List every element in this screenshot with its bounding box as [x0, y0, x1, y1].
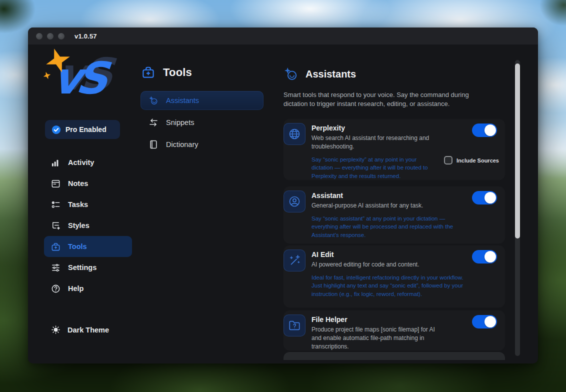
perplexity-toggle[interactable]: [472, 124, 497, 137]
next-card-partial: [284, 352, 505, 360]
app-version: v1.0.57: [74, 32, 97, 40]
card-title: AI Edit: [312, 250, 465, 258]
scrollbar-track[interactable]: [515, 60, 520, 356]
toolbox-icon: [142, 66, 155, 79]
snippets-icon: [148, 118, 158, 128]
window-titlebar: v1.0.57: [28, 28, 538, 44]
window-zoom-button[interactable]: [58, 33, 64, 40]
menu-item-label: Snippets: [166, 118, 194, 126]
sidebar-nav: Activity Notes Tasks Styles: [44, 152, 132, 299]
notes-icon: [51, 179, 60, 188]
sidebar-item-label: Help: [68, 284, 84, 292]
assistants-header: Assistants: [284, 66, 356, 82]
desktop-wallpaper: v1.0.57 vS vS Pro Enabled: [0, 0, 566, 392]
sidebar-item-settings[interactable]: Settings: [44, 257, 132, 278]
sidebar-item-label: Notes: [68, 180, 88, 188]
app-logo: vS vS: [42, 50, 132, 116]
card-hint: Ideal for fast, intelligent refactoring …: [312, 274, 465, 298]
app-window: v1.0.57 vS vS Pro Enabled: [28, 28, 538, 364]
toggle-knob: [484, 316, 496, 328]
toggle-knob: [484, 251, 496, 262]
sidebar-item-help[interactable]: Help: [44, 278, 132, 299]
tools-header: Tools: [142, 66, 192, 79]
theme-toggle[interactable]: Dark Theme: [51, 325, 109, 334]
tools-title: Tools: [163, 66, 192, 79]
include-sources-label: Include Sources: [456, 158, 499, 164]
card-title: File Helper: [312, 316, 460, 324]
sidebar-item-label: Activity: [68, 158, 94, 166]
card-title: Assistant: [312, 192, 465, 200]
assistants-icon: [148, 96, 158, 106]
toggle-knob: [484, 124, 496, 136]
sun-icon: [51, 325, 60, 334]
menu-item-label: Dictionary: [166, 140, 198, 148]
card-description: General-purpose AI assistant for any tas…: [312, 202, 465, 210]
card-description: AI powered editing for code and content.: [312, 260, 465, 269]
menu-item-snippets[interactable]: Snippets: [140, 113, 264, 132]
card-description: Web search AI assistant for researching …: [312, 134, 442, 151]
include-sources-row: Include Sources: [444, 156, 499, 164]
globe-icon: [284, 123, 306, 145]
sidebar-item-notes[interactable]: Notes: [44, 173, 132, 194]
assistants-description: Smart tools that respond to your voice. …: [284, 90, 488, 109]
activity-icon: [51, 158, 60, 168]
sidebar-item-label: Tools: [68, 242, 87, 250]
help-icon: [51, 284, 60, 294]
folder-question-icon: [284, 314, 306, 336]
styles-icon: [51, 221, 60, 230]
card-ai-edit: AI Edit AI powered editing for code and …: [284, 246, 505, 308]
file-helper-toggle[interactable]: [472, 315, 497, 328]
check-circle-icon: [52, 125, 61, 134]
include-sources-checkbox[interactable]: [444, 156, 452, 164]
magic-wand-icon: [284, 250, 306, 272]
sidebar-item-styles[interactable]: Styles: [44, 215, 132, 236]
sidebar-item-label: Settings: [68, 264, 96, 272]
pro-enabled-badge: Pro Enabled: [45, 120, 120, 139]
menu-item-assistants[interactable]: Assistants: [140, 91, 264, 110]
menu-item-dictionary[interactable]: Dictionary: [140, 135, 264, 154]
scrollbar-thumb[interactable]: [515, 64, 520, 238]
assistant-person-icon: [284, 190, 306, 212]
assistants-icon: [284, 66, 298, 82]
toolbox-icon: [51, 242, 60, 252]
sidebar-item-tasks[interactable]: Tasks: [44, 194, 132, 215]
tools-menu: Assistants Snippets Dictionary: [140, 91, 264, 157]
card-hint: Say “sonic assistant” at any point in yo…: [312, 214, 465, 240]
card-assistant: Assistant General-purpose AI assistant f…: [284, 186, 505, 244]
sidebar-item-tools[interactable]: Tools: [44, 236, 132, 257]
dictionary-icon: [148, 140, 158, 150]
sliders-icon: [51, 263, 60, 272]
menu-item-label: Assistants: [166, 96, 199, 104]
assistants-title: Assistants: [306, 68, 356, 80]
card-description: Produce project file maps [sonic filemap…: [312, 326, 438, 350]
window-close-button[interactable]: [36, 33, 42, 40]
sidebar-item-label: Tasks: [68, 200, 88, 208]
card-title: Perplexity: [312, 124, 465, 132]
pro-enabled-label: Pro Enabled: [66, 126, 106, 134]
card-file-helper: File Helper Produce project file maps [s…: [284, 310, 505, 350]
sidebar-item-label: Styles: [68, 222, 90, 230]
logo-star-icon: [45, 48, 71, 74]
logo-star-small-icon: [43, 72, 51, 80]
ai-edit-toggle[interactable]: [472, 250, 497, 264]
window-minimize-button[interactable]: [47, 33, 54, 40]
assistant-toggle[interactable]: [472, 191, 497, 204]
card-hint: Say “sonic perplexity” at any point in y…: [312, 156, 436, 180]
sidebar-item-activity[interactable]: Activity: [44, 152, 132, 173]
theme-toggle-label: Dark Theme: [68, 326, 109, 334]
tasks-icon: [51, 200, 60, 210]
toggle-knob: [484, 192, 496, 204]
card-perplexity: Perplexity Web search AI assistant for r…: [284, 119, 505, 180]
